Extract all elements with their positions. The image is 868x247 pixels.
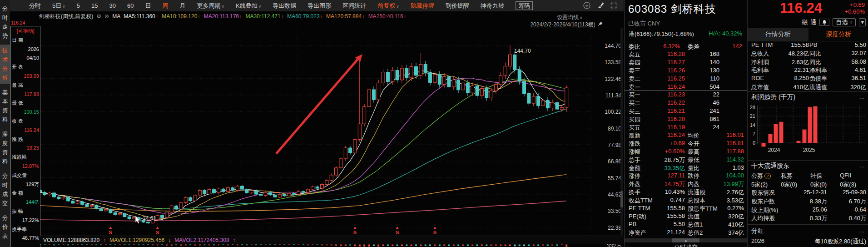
toolbar-item-14[interactable]: 前复权∨: [377, 2, 399, 10]
ma-close-icon[interactable]: ⊗: [104, 13, 109, 20]
stat-row-4: 金额33.35亿 量比1.03: [625, 164, 747, 172]
toolbar-item-7[interactable]: 周: [162, 2, 168, 10]
candle: [85, 204, 89, 207]
set-ma-button[interactable]: 设置均线∨: [557, 14, 583, 21]
toolbar-item-8[interactable]: 月: [179, 2, 185, 10]
candle: [499, 76, 502, 84]
sidebar-item-4[interactable]: 分时成交: [0, 170, 10, 209]
bid-row-5[interactable]: 买五116.1924: [625, 124, 747, 131]
toolbar-item-10[interactable]: K线叠加∨: [236, 2, 261, 10]
bid-row-4[interactable]: 买四116.20861: [625, 116, 747, 123]
toolbar-item-1[interactable]: 5日∨: [52, 2, 65, 10]
ask-row-5[interactable]: 卖五116.28168: [625, 50, 747, 58]
mini-row-value: 17.22%: [12, 216, 39, 225]
candle: [527, 94, 531, 104]
ask-row-1[interactable]: 卖一116.24504: [625, 83, 747, 91]
sidebar-item-0[interactable]: 分时走势: [0, 3, 10, 42]
candle: [382, 72, 385, 83]
mavol1-value: MAVOL1:1290925.456: [109, 237, 164, 243]
candle: [161, 215, 164, 217]
low-annotation: 24.61: [143, 215, 156, 222]
price-axis-label: 66.86: [595, 158, 621, 165]
candle: [175, 206, 178, 210]
candle: [429, 73, 432, 83]
tab-quote-analysis[interactable]: 行情分析: [748, 28, 808, 41]
toolbar-item-9[interactable]: 更多周期∨: [197, 2, 224, 10]
candle: [208, 190, 211, 194]
toolbar-item-18[interactable]: 筹码: [516, 1, 533, 10]
tab-tick-trades[interactable]: 分时成交: [625, 243, 747, 247]
stat-row-8: 收益TTM0.747 总股本3.53亿: [625, 197, 747, 204]
fullscreen-expand-icon[interactable]: [610, 2, 617, 10]
mini-row-value: 117.88: [12, 90, 39, 99]
toolbar-item-3[interactable]: 15: [91, 2, 98, 9]
toolbar-item-17[interactable]: 神奇九转: [481, 2, 504, 10]
mini-row-value: 103.09: [12, 72, 39, 81]
ma-settings-gear-icon[interactable]: ⚙: [96, 13, 101, 20]
sidebar-item-5[interactable]: 分价表: [0, 212, 10, 242]
top-holders-more-button[interactable]: …: [859, 162, 865, 169]
orderbook-scrollbar[interactable]: ▲: [625, 238, 747, 242]
ask-row-3[interactable]: 卖三116.26130: [625, 67, 747, 75]
sidebar-item-1[interactable]: 技术分析: [0, 45, 10, 84]
scroll-down-circle-icon[interactable]: [583, 1, 591, 11]
profit-bar: [797, 141, 801, 143]
candle: [156, 215, 159, 220]
candle: [367, 90, 371, 107]
candle: [302, 192, 305, 192]
stat-row-9: PE TTM155.58 股息率TTM0.27%: [625, 205, 747, 212]
toolbar-item-2[interactable]: 5: [77, 2, 80, 9]
toolbar-item-16[interactable]: 到价提醒: [446, 2, 469, 10]
toolbar-item-11[interactable]: 导出数据: [273, 2, 296, 10]
candle: [165, 212, 169, 217]
profit-trend-more-button[interactable]: …: [859, 93, 865, 100]
svg-text:28: 28: [750, 105, 755, 110]
candle: [193, 195, 197, 201]
toolbar-item-5[interactable]: 60: [127, 2, 134, 9]
candle: [541, 101, 545, 106]
bid-row-2[interactable]: 买二116.2246: [625, 99, 747, 107]
tab-deep-analysis[interactable]: 深度分析: [808, 28, 868, 41]
candle: [43, 192, 46, 195]
ask-row-2[interactable]: 卖二116.25110: [625, 75, 747, 83]
candle: [466, 83, 469, 93]
candle: [114, 213, 117, 215]
orderbook-scroll-thumb[interactable]: ▲: [672, 238, 699, 242]
chart-vertical-scrollbar[interactable]: [620, 28, 623, 235]
draw-brush-icon[interactable]: [597, 2, 604, 10]
trading-app-window: SSSSS144.7024.61 分时走势技术分析基本资料深度资料分时成交分价表…: [0, 0, 868, 247]
candle: [259, 194, 263, 196]
ma-legend-item-5: MA120:57.884↑: [326, 13, 365, 20]
candle: [344, 148, 347, 159]
holder-col-label: 私募: [781, 172, 793, 180]
toolbar-item-15[interactable]: 隐藏停牌: [411, 2, 434, 10]
ask-row-4[interactable]: 卖四116.27140: [625, 59, 747, 66]
candle: [53, 193, 56, 197]
toolbar-item-6[interactable]: 日: [145, 2, 151, 10]
toolbar-item-13[interactable]: 区间统计: [342, 2, 366, 10]
toolbar-item-12[interactable]: 导出图形: [308, 2, 331, 10]
volume-arrow-icon: ↑: [103, 237, 106, 243]
toolbar-item-4[interactable]: 30: [109, 2, 116, 9]
analysis-panel: 行情分析深度分析 PE TTM155.58 PB5.50 总收入48.23亿 同…: [747, 0, 868, 247]
candle: [433, 75, 436, 83]
chart-date-range[interactable]: 2024/2/2-2026/4/10(113根): [500, 21, 603, 29]
bid-row-3[interactable]: 买三116.21241: [625, 107, 747, 115]
bid-row-1[interactable]: 买一116.2322: [625, 91, 747, 99]
ma-legend: MA5:111.360↑MA10:109.120↑MA20:113.176↑MA…: [124, 13, 406, 20]
candle: [76, 202, 79, 203]
help-icon[interactable]: ?: [764, 173, 771, 179]
toolbar-item-0[interactable]: 分时: [29, 2, 41, 10]
candle: [461, 83, 465, 90]
pin-icon[interactable]: [597, 21, 603, 29]
mini-row-value: 129万: [12, 180, 39, 189]
candle: [391, 71, 394, 82]
sidebar-item-2[interactable]: 基本资料: [0, 86, 10, 126]
sidebar-item-6[interactable]: 多: [0, 245, 10, 247]
mini-row-label: 振 幅: [12, 207, 39, 216]
mini-row-value: 13.25: [12, 144, 39, 153]
sidebar-item-3[interactable]: 深度资料: [0, 128, 10, 167]
holder-col-label: QFII: [840, 172, 851, 179]
ohlc-info-panel[interactable]: [可拖动] 日 期202604/10开 盘103.09最 高117.88最 低1…: [10, 26, 40, 247]
dividend-more-button[interactable]: …: [859, 227, 865, 234]
